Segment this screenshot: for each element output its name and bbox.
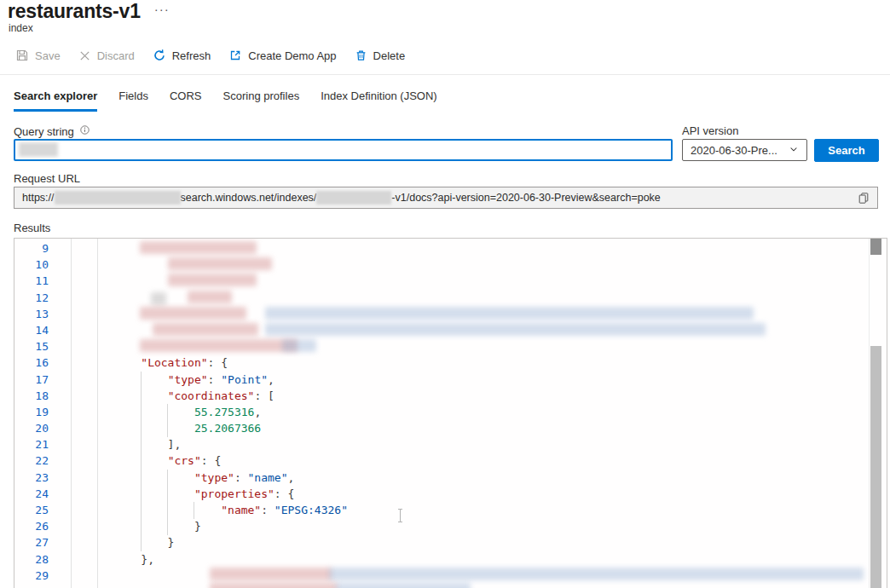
editor-scrollbar-thumb[interactable] (870, 239, 881, 255)
redacted-index-name (316, 191, 391, 205)
gutter-divider (97, 239, 98, 588)
code-line: "coordinates": [ (114, 388, 348, 404)
command-bar: Save Discard Refresh Create Demo App Del… (15, 49, 405, 62)
request-url-middle: search.windows.net/indexes/ (181, 192, 317, 204)
indent-guide (141, 372, 142, 551)
code-line: "type": "Point", (114, 372, 348, 388)
code-line: "crs": { (114, 453, 348, 469)
api-version-label: API version (682, 124, 738, 137)
more-options-button[interactable]: ··· (154, 2, 170, 16)
code-line: ], (114, 436, 348, 453)
request-url-field: https:// search.windows.net/indexes/ -v1… (14, 187, 878, 209)
create-demo-app-button[interactable]: Create Demo App (228, 49, 336, 62)
redacted-content (265, 323, 766, 336)
text-cursor (397, 509, 403, 522)
query-string-input[interactable] (15, 141, 671, 159)
line-number: 28 (14, 551, 49, 568)
code-line: } (114, 518, 348, 534)
line-number: 18 (14, 388, 49, 404)
redacted-content (188, 291, 232, 303)
resource-type-label: index (9, 22, 33, 34)
redacted-content (210, 568, 332, 580)
line-number: 27 (14, 534, 49, 551)
tab-scoring-profiles[interactable]: Scoring profiles (223, 89, 300, 112)
header: restaurants-v1 ··· (8, 0, 170, 23)
api-version-value: 2020-06-30-Pre... (691, 144, 777, 157)
redacted-content (140, 339, 298, 352)
save-icon (15, 49, 29, 62)
line-number: 21 (14, 436, 49, 453)
code-line: } (114, 534, 348, 551)
redacted-service-name (55, 191, 181, 205)
line-number: 20 (14, 420, 49, 436)
code-line: 25.2067366 (114, 420, 348, 436)
discard-label: Discard (97, 49, 135, 62)
line-number: 17 (14, 372, 49, 388)
copy-icon[interactable] (858, 192, 870, 205)
results-gutter: 9101112131415161718192021222324252627282… (14, 240, 49, 588)
redacted-content (282, 339, 316, 352)
delete-button[interactable]: Delete (355, 49, 406, 62)
redacted-content (265, 307, 754, 320)
save-label: Save (35, 49, 61, 62)
refresh-label: Refresh (172, 49, 211, 62)
line-number: 24 (14, 486, 49, 502)
code-line: "properties": { (114, 486, 348, 502)
delete-label: Delete (373, 49, 406, 62)
scrollbar-track (869, 239, 870, 588)
refresh-button[interactable]: Refresh (153, 49, 211, 62)
redacted-content (168, 257, 272, 270)
line-number: 19 (14, 404, 49, 420)
redacted-content (151, 292, 166, 305)
results-editor: 9101112131415161718192021222324252627282… (14, 238, 887, 588)
line-number: 11 (14, 273, 49, 289)
line-number: 10 (14, 257, 49, 273)
redacted-query-text (19, 142, 58, 157)
code-line: "name": "EPSG:4326" (114, 502, 348, 518)
code-line: 55.275316, (114, 404, 348, 420)
indent-guide (167, 470, 168, 535)
redacted-content (329, 568, 864, 580)
api-version-dropdown[interactable]: 2020-06-30-Pre... (682, 139, 807, 161)
line-number: 13 (14, 306, 49, 322)
tab-fields[interactable]: Fields (118, 89, 148, 112)
line-number: 30 (14, 584, 49, 588)
page-scrollbar-thumb[interactable] (870, 346, 881, 588)
redacted-content (336, 583, 471, 588)
info-icon[interactable] (79, 124, 90, 138)
chevron-down-icon (789, 144, 799, 157)
code-line: "Location": { (114, 355, 348, 371)
redacted-content (168, 274, 257, 286)
request-url-prefix: https:// (22, 192, 55, 204)
discard-button[interactable]: Discard (78, 49, 135, 62)
indent-guide (194, 502, 194, 519)
code-line: "type": "name", (114, 470, 348, 486)
redacted-content (140, 307, 246, 320)
line-number: 16 (14, 355, 49, 371)
discard-icon (78, 49, 91, 62)
search-index-page: restaurants-v1 ··· index Save Discard Re… (0, 0, 890, 588)
redacted-content (140, 241, 257, 254)
toolbar-divider (0, 74, 890, 75)
query-string-label: Query string (14, 125, 74, 138)
tab-cors[interactable]: CORS (170, 89, 202, 112)
query-string-label-row: Query string (14, 124, 90, 138)
page-title: restaurants-v1 (8, 0, 141, 23)
redacted-content (210, 583, 338, 588)
tab-search-explorer[interactable]: Search explorer (14, 89, 97, 112)
create-demo-app-label: Create Demo App (248, 49, 336, 62)
tab-bar: Search explorer Fields CORS Scoring prof… (14, 89, 437, 112)
code-line: }, (114, 551, 348, 568)
search-button[interactable]: Search (814, 139, 879, 162)
trash-icon (355, 49, 367, 62)
tab-index-definition-json[interactable]: Index Definition (JSON) (321, 89, 437, 112)
results-label: Results (14, 222, 50, 234)
line-number: 29 (14, 568, 49, 584)
line-number: 25 (14, 502, 49, 518)
save-button[interactable]: Save (15, 49, 61, 62)
line-number: 12 (14, 290, 49, 306)
line-number: 15 (14, 338, 49, 355)
line-number: 14 (14, 322, 49, 338)
request-url-suffix: -v1/docs?api-version=2020-06-30-Preview&… (391, 192, 660, 204)
query-string-field (14, 139, 673, 161)
